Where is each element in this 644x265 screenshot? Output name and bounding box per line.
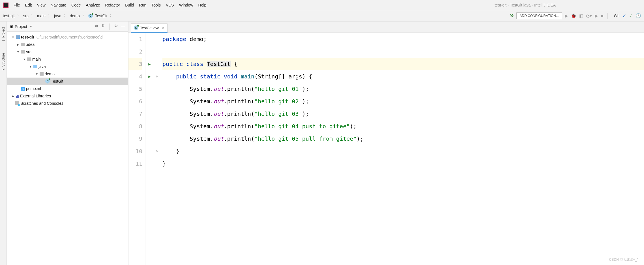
line-number: 1 [128,33,142,45]
coverage-icon[interactable]: ◧ [579,13,583,18]
chevron-right-icon: 〉 [64,13,68,18]
build-icon[interactable]: ⚒ [510,13,514,18]
fold-gutter: ⊖ ⊖ [154,33,160,265]
java-class-icon: C [45,79,50,84]
divider [110,23,110,30]
code-editor[interactable]: 1 2 3 4 5 6 7 8 9 10 11 ▶ ▶ [128,33,644,265]
line-number: 11 [128,157,142,170]
caret-down-icon[interactable] [16,50,20,54]
rerun-icon[interactable]: ▶ [595,13,598,18]
debug-icon[interactable]: 🐞 [571,13,576,18]
tree-node-java[interactable]: java [7,63,128,70]
caret-down-icon[interactable] [23,58,26,61]
history-icon[interactable]: 🕓 [636,13,641,18]
run-config-dropdown[interactable]: ADD CONFIGURATION... [516,12,562,19]
run-line-marker-icon[interactable]: ▶ [145,58,154,70]
project-view-icon: ▣ [10,24,13,29]
folder-icon [21,50,25,54]
main-area: 1: Project 7: Structure ▣ Project ▾ ⊕ ⇵ … [0,22,644,265]
fold-start-icon[interactable]: ⊖ [154,70,160,83]
menu-run[interactable]: Run [139,3,147,7]
project-view-title[interactable]: Project [15,24,27,29]
tree-node-main[interactable]: main [7,55,128,63]
tree-node-scratches[interactable]: Scratches and Consoles [7,100,128,107]
libraries-icon [16,94,19,98]
line-number: 6 [128,95,142,108]
module-icon [16,35,20,39]
menu-navigate[interactable]: Navigate [51,3,66,7]
crumb-demo[interactable]: demo [70,14,80,18]
commit-icon[interactable]: ✓ [629,13,633,18]
code-body[interactable]: package demo; public class TestGit { pub… [160,33,644,265]
fold-end-icon[interactable]: ⊖ [154,145,160,157]
menu-edit[interactable]: Edit [25,3,32,7]
caret-down-icon[interactable] [29,65,32,68]
java-class-icon: C [134,25,138,30]
stop-icon[interactable]: ■ [601,13,604,18]
crumb-main[interactable]: main [37,14,46,18]
menu-refactor[interactable]: Refactor [105,3,120,7]
git-label: Git: [614,14,620,18]
chevron-down-icon[interactable]: ▾ [30,24,32,29]
caret-down-icon[interactable] [35,72,38,76]
menu-bar: File Edit View Navigate Code Analyze Ref… [0,0,644,10]
profile-icon[interactable]: ◔▾ [586,13,592,18]
run-line-marker-icon[interactable]: ▶ [145,70,154,83]
menu-help[interactable]: Help [198,3,207,7]
hide-icon[interactable]: — [121,23,125,30]
crumb-src[interactable]: src [23,14,29,18]
gear-icon[interactable]: ⚙ [114,23,118,30]
menu-view[interactable]: View [37,3,46,7]
tree-label: External Libraries [20,94,51,98]
close-icon[interactable]: × [162,26,164,30]
menu-build[interactable]: Build [125,3,134,7]
menu-tools[interactable]: Tools [151,3,161,7]
update-project-icon[interactable]: ↙ [622,13,626,18]
collapse-icon[interactable]: ⇵ [102,23,105,30]
tree-label: main [32,57,41,61]
tree-node-pom[interactable]: m pom.xml [7,85,128,92]
intellij-icon [3,3,8,8]
folder-icon [21,43,25,46]
editor-tab-active[interactable]: C TestGit.java × [131,23,168,33]
project-tree[interactable]: test-git C:\Users\qin\Documents\workspac… [7,32,128,109]
tree-node-testgit[interactable]: C TestGit [7,78,128,85]
crumb-java[interactable]: java [54,14,61,18]
menu-vcs[interactable]: VCS [166,3,174,7]
tree-label: test-git [21,35,34,39]
folder-icon [27,57,31,61]
line-number: 4 [128,70,142,83]
tree-label: src [26,50,31,54]
tree-label: Scratches and Consoles [20,101,63,106]
menu-file[interactable]: File [14,3,20,7]
menu-code[interactable]: Code [71,3,81,7]
menu-window[interactable]: Window [179,3,193,7]
caret-down-icon[interactable] [11,36,15,39]
crumb-class[interactable]: TestGit [95,14,108,18]
crumb-project[interactable]: test-git [3,14,15,18]
divider [607,13,608,19]
tool-button-structure[interactable]: 7: Structure [1,53,5,70]
tool-button-project[interactable]: 1: Project [1,27,5,42]
caret-right-icon[interactable] [11,95,15,98]
run-icon[interactable]: ▶ [565,13,568,18]
editor-area: C TestGit.java × 1 2 3 4 5 6 7 8 9 10 11 [128,22,644,265]
tree-label: pom.xml [26,86,41,91]
tree-node-external-libs[interactable]: External Libraries [7,92,128,100]
source-folder-icon [33,65,37,68]
menu-analyze[interactable]: Analyze [86,3,100,7]
tree-node-src[interactable]: src [7,48,128,55]
chevron-right-icon: 〉 [17,13,21,18]
tree-node-demo[interactable]: demo [7,70,128,78]
tree-path: C:\Users\qin\Documents\workspace\d [37,35,103,39]
scratches-icon [15,101,19,105]
caret-right-icon[interactable] [16,43,20,46]
tree-root[interactable]: test-git C:\Users\qin\Documents\workspac… [7,33,128,41]
line-number: 3 [128,58,142,70]
tree-node-idea[interactable]: .idea [7,41,128,48]
tree-label: demo [45,72,55,76]
toolbar-right: ⚒ ADD CONFIGURATION... ▶ 🐞 ◧ ◔▾ ▶ ■ Git:… [510,12,641,19]
chevron-right-icon: 〉 [31,13,35,18]
locate-icon[interactable]: ⊕ [95,23,98,30]
chevron-right-icon: 〉 [110,13,113,18]
